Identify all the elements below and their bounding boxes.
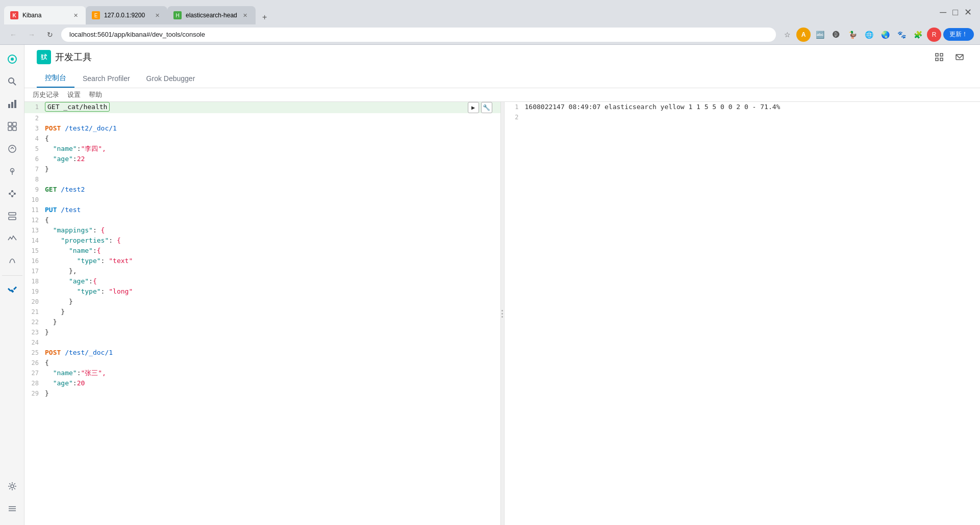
extension-icon-3[interactable]: 🅓 xyxy=(829,28,843,42)
play-area: ▶🔧 xyxy=(468,102,496,113)
line-number: 22 xyxy=(29,317,45,327)
svg-rect-10 xyxy=(13,127,16,130)
tab-close-kibana[interactable]: ✕ xyxy=(71,11,80,19)
output-line: 11608022147 08:49:07 elasticsearch yello… xyxy=(505,102,981,112)
editor-line: 6 "age":22 xyxy=(24,154,500,164)
tab-elastic-head[interactable]: H elasticsearch-head ✕ xyxy=(167,6,256,24)
divider-dot-3 xyxy=(501,316,503,318)
sidebar-item-maps[interactable] xyxy=(2,161,22,181)
sidebar-item-uptime[interactable] xyxy=(2,251,22,271)
editor-line: 28 "age":20 xyxy=(24,378,500,388)
minimize-button[interactable]: ─ xyxy=(940,7,946,18)
forward-button[interactable]: → xyxy=(24,28,39,42)
line-content: "type": "long" xyxy=(45,286,496,297)
svg-rect-28 xyxy=(936,54,938,56)
sidebar-item-home[interactable] xyxy=(2,49,22,69)
svg-line-18 xyxy=(12,191,15,194)
sidebar-divider xyxy=(2,275,22,276)
sidebar-item-canvas[interactable] xyxy=(2,139,22,159)
editor-line: 5 "name":"李四", xyxy=(24,144,500,154)
history-link[interactable]: 历史记录 xyxy=(33,90,59,99)
extension-icon-1[interactable]: A xyxy=(796,28,811,42)
line-content: { xyxy=(45,134,496,144)
new-tab-button[interactable]: + xyxy=(258,10,272,24)
extension-icon-6[interactable]: 🌏 xyxy=(878,28,892,42)
extension-icon-7[interactable]: 🐾 xyxy=(894,28,909,42)
mail-icon[interactable] xyxy=(951,49,968,65)
browser-chrome: K Kibana ✕ E 127.0.0.1:9200 ✕ H elastics… xyxy=(0,0,980,24)
sidebar-item-collapse[interactable] xyxy=(2,498,22,519)
extension-icon-2[interactable]: 🔤 xyxy=(813,28,827,42)
tab-close-elastic[interactable]: ✕ xyxy=(153,11,161,19)
back-button[interactable]: ← xyxy=(6,28,20,42)
tab-favicon-kibana: K xyxy=(10,11,18,19)
extension-icon-5[interactable]: 🌐 xyxy=(862,28,876,42)
svg-rect-4 xyxy=(8,104,10,108)
line-number: 26 xyxy=(29,358,45,368)
editor-divider[interactable] xyxy=(500,102,505,525)
tab-kibana[interactable]: K Kibana ✕ xyxy=(4,6,86,24)
editor-line: 16 "type": "text" xyxy=(24,256,500,266)
tab-favicon-head: H xyxy=(173,11,182,19)
tab-search-profiler[interactable]: Search Profiler xyxy=(74,70,138,88)
editor-area: 1GET _cat/health▶🔧23POST /test2/_doc/14{… xyxy=(24,102,980,525)
bookmark-icon[interactable]: ☆ xyxy=(780,28,794,42)
line-number: 15 xyxy=(29,246,45,256)
editor-line: 11PUT /test xyxy=(24,205,500,215)
sidebar-item-ml[interactable] xyxy=(2,183,22,204)
line-content: POST /test2/_doc/1 xyxy=(45,123,496,134)
svg-point-2 xyxy=(9,78,14,83)
sidebar-item-settings[interactable] xyxy=(2,476,22,496)
user-avatar[interactable]: R xyxy=(927,28,941,42)
editor-line: 13 "mappings": { xyxy=(24,225,500,235)
tab-console[interactable]: 控制台 xyxy=(37,69,74,88)
line-content: } xyxy=(45,327,496,337)
sidebar-item-apm[interactable] xyxy=(2,228,22,249)
sidebar-item-discover[interactable] xyxy=(2,71,22,92)
extension-icon-4[interactable]: 🦆 xyxy=(845,28,860,42)
line-number: 25 xyxy=(29,348,45,358)
sidebar-item-visualize[interactable] xyxy=(2,94,22,114)
line-content: }, xyxy=(45,266,496,276)
output-line-number: 2 xyxy=(509,112,525,122)
refresh-button[interactable]: ↻ xyxy=(43,28,57,42)
extension-icon-8[interactable]: 🧩 xyxy=(911,28,925,42)
line-number: 14 xyxy=(29,235,45,246)
tab-grok-debugger[interactable]: Grok Debugger xyxy=(138,70,204,88)
tools-button[interactable]: 🔧 xyxy=(481,102,492,113)
tab-elastic[interactable]: E 127.0.0.1:9200 ✕ xyxy=(86,6,167,24)
line-number: 5 xyxy=(29,144,45,154)
tab-title-head: elasticsearch-head xyxy=(186,12,237,19)
editor-line: 7} xyxy=(24,164,500,174)
editor-pane[interactable]: 1GET _cat/health▶🔧23POST /test2/_doc/14{… xyxy=(24,102,500,525)
editor-line: 17 }, xyxy=(24,266,500,276)
line-content: } xyxy=(45,307,496,317)
settings-link[interactable]: 设置 xyxy=(67,90,81,99)
app-name: 开发工具 xyxy=(55,51,92,63)
app-container: 犾 开发工具 控制台 Search Profiler Grok Debugg xyxy=(0,45,980,525)
line-number: 13 xyxy=(29,225,45,235)
svg-point-1 xyxy=(11,58,14,61)
editor-line: 29} xyxy=(24,388,500,399)
help-link[interactable]: 帮助 xyxy=(89,90,102,99)
editor-line: 26{ xyxy=(24,358,500,368)
output-line-number: 1 xyxy=(509,102,525,112)
address-input[interactable] xyxy=(61,28,776,42)
output-line-content: 1608022147 08:49:07 elasticsearch yellow… xyxy=(525,102,781,112)
divider-dot-2 xyxy=(501,313,503,314)
sidebar-item-dashboard[interactable] xyxy=(2,116,22,137)
tab-title-elastic: 127.0.0.1:9200 xyxy=(104,12,149,19)
sidebar-item-infrastructure[interactable] xyxy=(2,206,22,226)
line-content: } xyxy=(45,317,496,327)
tab-close-head[interactable]: ✕ xyxy=(241,11,249,19)
editor-line: 25POST /test/_doc/1 xyxy=(24,348,500,358)
close-window-button[interactable]: ✕ xyxy=(964,7,972,18)
update-button[interactable]: 更新！ xyxy=(943,28,974,41)
sidebar-item-dev-tools[interactable] xyxy=(2,280,22,300)
line-number: 10 xyxy=(29,195,45,205)
fullscreen-icon[interactable] xyxy=(931,49,947,65)
line-number: 2 xyxy=(29,113,45,123)
run-button[interactable]: ▶ xyxy=(468,102,479,113)
maximize-button[interactable]: □ xyxy=(952,7,958,18)
line-number: 17 xyxy=(29,266,45,276)
